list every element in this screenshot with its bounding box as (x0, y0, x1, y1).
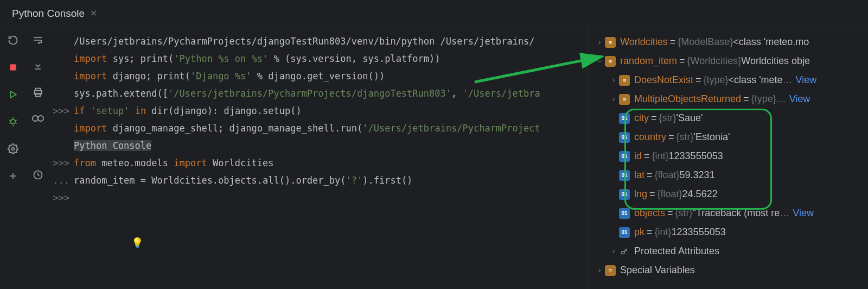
var-type: {str} (659, 112, 676, 124)
line-body: from meteo.models import Worldcities (74, 154, 587, 172)
field-icon: 01 (619, 132, 630, 143)
add-icon[interactable] (5, 168, 21, 184)
var-row[interactable]: 01lat = {float} 59.3231 (588, 166, 868, 185)
var-value: <class 'mete (729, 74, 783, 86)
variables-panel: ≡Worldcities = {ModelBase} <class 'meteo… (587, 27, 868, 289)
var-name: objects (634, 208, 665, 219)
chevron-right-icon[interactable] (608, 77, 619, 84)
tab-title: Python Console (12, 8, 85, 20)
chevron-right-icon[interactable] (608, 96, 619, 103)
field-icon: 01 (619, 189, 630, 200)
intention-bulb-icon[interactable]: 💡 (131, 237, 143, 248)
console-line: import django; print('Django %s' % djang… (50, 67, 587, 85)
var-type: {ModelBase} (678, 36, 733, 48)
prompt-marker: ... (50, 172, 74, 189)
svg-point-2 (11, 120, 15, 124)
view-link[interactable]: View (789, 93, 810, 105)
var-type: {int} (652, 150, 669, 162)
console-output[interactable]: /Users/jetbrains/PycharmProjects/djangoT… (50, 27, 587, 289)
var-row[interactable]: 01country = {str} 'Estonia' (588, 128, 868, 147)
var-row[interactable]: ≡random_item = {Worldcities} Worldcities… (588, 52, 868, 71)
scroll-to-end-icon[interactable] (30, 59, 46, 74)
line-body: import sys; print('Python %s on %s' % (s… (74, 50, 587, 67)
field-icon: 01 (619, 151, 630, 162)
var-row[interactable]: ≡Worldcities = {ModelBase} <class 'meteo… (588, 33, 868, 52)
line-body: Python Console (74, 137, 587, 154)
var-type: {int} (655, 227, 672, 238)
var-row[interactable]: 01objects = {str} "Traceback (most re…Vi… (588, 204, 868, 223)
var-row[interactable]: 01lng = {float} 24.5622 (588, 185, 868, 204)
prompt-marker: >>> (50, 102, 74, 120)
equals: = (670, 36, 676, 48)
prompt-marker (50, 67, 74, 85)
svg-point-18 (38, 116, 43, 121)
console-line: sys.path.extend(['/Users/jetbrains/Pycha… (50, 85, 587, 102)
view-link[interactable]: View (796, 74, 817, 86)
var-row[interactable]: ≡MultipleObjectsReturned = {type} …View (588, 90, 868, 109)
var-name: country (634, 131, 666, 143)
chevron-right-icon[interactable] (594, 39, 605, 46)
console-line: >>> (50, 189, 587, 206)
svg-marker-1 (11, 91, 17, 98)
var-type: {str} (675, 208, 693, 219)
close-icon[interactable]: ✕ (90, 8, 97, 18)
chevron-down-icon[interactable] (594, 58, 605, 65)
line-body: /Users/jetbrains/PycharmProjects/djangoT… (74, 33, 587, 50)
field-icon: 01 (619, 113, 630, 124)
print-icon[interactable] (30, 85, 46, 100)
var-name: lat (634, 169, 644, 181)
soft-wrap-icon[interactable] (30, 33, 46, 48)
var-value: "Traceback (most re (693, 208, 780, 219)
var-value: 24.5622 (682, 189, 718, 200)
var-row[interactable]: ≡DoesNotExist = {type} <class 'mete…View (588, 71, 868, 90)
rerun-icon[interactable] (5, 33, 21, 48)
field-icon: 01 (619, 170, 630, 181)
console-line: import sys; print('Python %s on %s' % (s… (50, 50, 587, 67)
var-name: Worldcities (620, 36, 668, 48)
history-icon[interactable] (30, 167, 46, 183)
var-value: 1233555053 (669, 150, 723, 162)
var-type: {type} (751, 93, 776, 105)
chevron-right-icon[interactable] (594, 267, 605, 274)
svg-line-5 (9, 120, 11, 121)
view-link[interactable]: View (793, 208, 814, 219)
chevron-right-icon[interactable] (608, 248, 619, 255)
object-icon: ≡ (619, 94, 630, 105)
tab-python-console[interactable]: Python Console ✕ (7, 8, 103, 20)
show-vars-icon[interactable] (30, 111, 46, 126)
field-icon: 01 (619, 227, 630, 238)
line-body: import django; print('Django %s' % djang… (74, 67, 587, 85)
ellipsis: … (783, 74, 793, 86)
var-row[interactable]: ≡Special Variables (588, 261, 868, 280)
line-body: import django_manage_shell; django_manag… (74, 120, 587, 137)
svg-line-8 (15, 123, 16, 124)
var-value: 'Saue' (676, 112, 703, 124)
svg-point-17 (33, 116, 38, 121)
var-row[interactable]: Protected Attributes (588, 242, 868, 261)
debug-icon[interactable] (5, 114, 21, 129)
equals: = (668, 131, 674, 143)
console-line: Python Console (50, 137, 587, 154)
var-row[interactable]: 01pk = {int} 1233555053 (588, 223, 868, 242)
equals: = (679, 55, 685, 67)
var-name: lng (634, 189, 647, 200)
var-name: random_item (620, 55, 677, 67)
console-line: import django_manage_shell; django_manag… (50, 120, 587, 137)
prompt-marker (50, 33, 74, 50)
var-row[interactable]: 01city = {str} 'Saue' (588, 109, 868, 128)
run-icon[interactable] (5, 87, 21, 102)
var-name: DoesNotExist (634, 74, 693, 86)
var-row[interactable]: 01id = {int} 1233555053 (588, 147, 868, 166)
var-value: 'Estonia' (694, 131, 730, 143)
console-line: ...random_item = Worldcities.objects.all… (50, 172, 587, 189)
svg-rect-0 (10, 65, 16, 71)
var-type: {type} (704, 74, 729, 86)
line-body: if 'setup' in dir(django): django.setup(… (74, 102, 587, 120)
console-line: >>>if 'setup' in dir(django): django.set… (50, 102, 587, 120)
stop-icon[interactable] (5, 60, 21, 75)
settings-icon[interactable] (5, 141, 21, 156)
line-body: sys.path.extend(['/Users/jetbrains/Pycha… (74, 85, 587, 102)
var-value: 59.3231 (680, 169, 715, 181)
var-label: Special Variables (620, 265, 695, 276)
prompt-marker (50, 85, 74, 102)
